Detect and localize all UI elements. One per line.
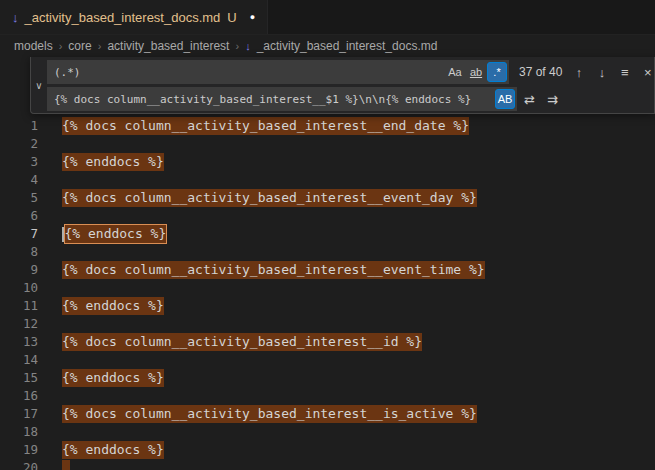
replace-input[interactable]: {% docs column__activity_based_interest_… bbox=[47, 87, 517, 111]
line-number: 20 bbox=[0, 459, 38, 470]
breadcrumb-separator: › bbox=[59, 40, 63, 52]
search-match: {% enddocs %} bbox=[62, 153, 164, 171]
editor-line[interactable]: 12 bbox=[0, 315, 655, 333]
editor-line[interactable]: 19 {% enddocs %} bbox=[0, 441, 655, 459]
line-number: 13 bbox=[0, 333, 38, 351]
replace-all-button[interactable]: ⇉ bbox=[542, 89, 563, 110]
breadcrumb-item-file[interactable]: _activity_based_interest_docs.md bbox=[257, 39, 438, 53]
line-number: 5 bbox=[0, 189, 38, 207]
editor-line[interactable]: 4 bbox=[0, 171, 655, 189]
regex-toggle[interactable]: .* bbox=[487, 62, 507, 82]
search-match: {% enddocs %} bbox=[62, 369, 164, 387]
text-cursor bbox=[62, 227, 64, 242]
line-number: 8 bbox=[0, 243, 38, 261]
replace-value: {% docs column__activity_based_interest_… bbox=[54, 93, 495, 106]
line-number: 10 bbox=[0, 279, 38, 297]
whole-word-toggle[interactable]: ab bbox=[466, 62, 486, 82]
search-match-partial bbox=[62, 460, 70, 470]
breadcrumb-separator: › bbox=[98, 40, 102, 52]
code-area[interactable]: 1 {% docs column__activity_based_interes… bbox=[0, 117, 655, 470]
editor-line[interactable]: 17 {% docs column__activity_based_intere… bbox=[0, 405, 655, 423]
breadcrumb-item-models[interactable]: models bbox=[14, 39, 53, 53]
preserve-case-toggle[interactable]: AB bbox=[495, 89, 515, 109]
line-number: 18 bbox=[0, 423, 38, 441]
editor-line[interactable]: 2 bbox=[0, 135, 655, 153]
chevron-down-icon[interactable]: ∨ bbox=[31, 57, 47, 113]
next-match-button[interactable]: ↓ bbox=[591, 62, 612, 83]
whole-word-label: ab bbox=[470, 66, 482, 78]
line-number: 12 bbox=[0, 315, 38, 333]
markdown-file-icon: ↓ bbox=[12, 11, 19, 24]
editor-line-current[interactable]: 7 {% enddocs %} bbox=[0, 225, 655, 243]
line-number: 16 bbox=[0, 387, 38, 405]
line-number: 4 bbox=[0, 171, 38, 189]
line-number: 1 bbox=[0, 117, 38, 135]
markdown-file-icon: ↓ bbox=[245, 40, 251, 52]
editor-line[interactable]: 10 bbox=[0, 279, 655, 297]
search-match: {% docs column__activity_based_interest_… bbox=[62, 261, 485, 279]
editor-line[interactable]: 14 bbox=[0, 351, 655, 369]
line-number: 7 bbox=[0, 225, 38, 243]
find-replace-widget: ∨ (.*) Aa ab .* 37 of 40 ↑ ↓ ≡ × {% docs… bbox=[30, 57, 655, 114]
editor-line[interactable]: 15 {% enddocs %} bbox=[0, 369, 655, 387]
search-match: {% docs column__activity_based_interest_… bbox=[62, 117, 469, 135]
breadcrumb-item-activity-based-interest[interactable]: activity_based_interest bbox=[107, 39, 229, 53]
editor-line[interactable]: 1 {% docs column__activity_based_interes… bbox=[0, 117, 655, 135]
editor-line[interactable]: 8 bbox=[0, 243, 655, 261]
tab-title: _activity_based_interest_docs.md bbox=[25, 10, 221, 25]
current-search-match: {% enddocs %} bbox=[65, 225, 167, 243]
line-number: 3 bbox=[0, 153, 38, 171]
search-match: {% enddocs %} bbox=[62, 297, 164, 315]
find-query: (.*) bbox=[54, 66, 445, 79]
editor-line[interactable]: 5 {% docs column__activity_based_interes… bbox=[0, 189, 655, 207]
tab-bar: ↓ _activity_based_interest_docs.md U ● bbox=[0, 0, 655, 35]
find-in-selection-button[interactable]: ≡ bbox=[614, 62, 635, 83]
breadcrumb: models › core › activity_based_interest … bbox=[0, 35, 655, 57]
editor-pane[interactable]: ∨ (.*) Aa ab .* 37 of 40 ↑ ↓ ≡ × {% docs… bbox=[0, 57, 655, 470]
find-input[interactable]: (.*) Aa ab .* bbox=[47, 60, 509, 84]
search-match: {% docs column__activity_based_interest_… bbox=[62, 405, 477, 423]
git-status-badge: U bbox=[227, 10, 236, 25]
editor-tab[interactable]: ↓ _activity_based_interest_docs.md U ● bbox=[0, 0, 268, 34]
close-icon[interactable]: × bbox=[637, 62, 655, 83]
unsaved-dot-icon[interactable]: ● bbox=[250, 12, 255, 22]
line-number: 15 bbox=[0, 369, 38, 387]
editor-line[interactable]: 11 {% enddocs %} bbox=[0, 297, 655, 315]
line-number: 19 bbox=[0, 441, 38, 459]
line-number: 9 bbox=[0, 261, 38, 279]
breadcrumb-item-core[interactable]: core bbox=[68, 39, 91, 53]
editor-line[interactable]: 18 bbox=[0, 423, 655, 441]
editor-line[interactable]: 13 {% docs column__activity_based_intere… bbox=[0, 333, 655, 351]
results-count: 37 of 40 bbox=[519, 65, 562, 79]
line-number: 17 bbox=[0, 405, 38, 423]
previous-match-button[interactable]: ↑ bbox=[568, 62, 589, 83]
search-match: {% docs column__activity_based_interest_… bbox=[62, 189, 477, 207]
editor-line[interactable]: 9 {% docs column__activity_based_interes… bbox=[0, 261, 655, 279]
search-match: {% enddocs %} bbox=[62, 441, 164, 459]
breadcrumb-separator: › bbox=[235, 40, 239, 52]
editor-line[interactable]: 3 {% enddocs %} bbox=[0, 153, 655, 171]
editor-line[interactable]: 20 bbox=[0, 459, 655, 470]
line-number: 14 bbox=[0, 351, 38, 369]
line-number: 11 bbox=[0, 297, 38, 315]
editor-line[interactable]: 6 bbox=[0, 207, 655, 225]
line-number: 6 bbox=[0, 207, 38, 225]
line-number: 2 bbox=[0, 135, 38, 153]
search-match: {% docs column__activity_based_interest_… bbox=[62, 333, 422, 351]
match-case-toggle[interactable]: Aa bbox=[445, 62, 465, 82]
editor-line[interactable]: 16 bbox=[0, 387, 655, 405]
replace-button[interactable]: ⇄ bbox=[519, 89, 540, 110]
